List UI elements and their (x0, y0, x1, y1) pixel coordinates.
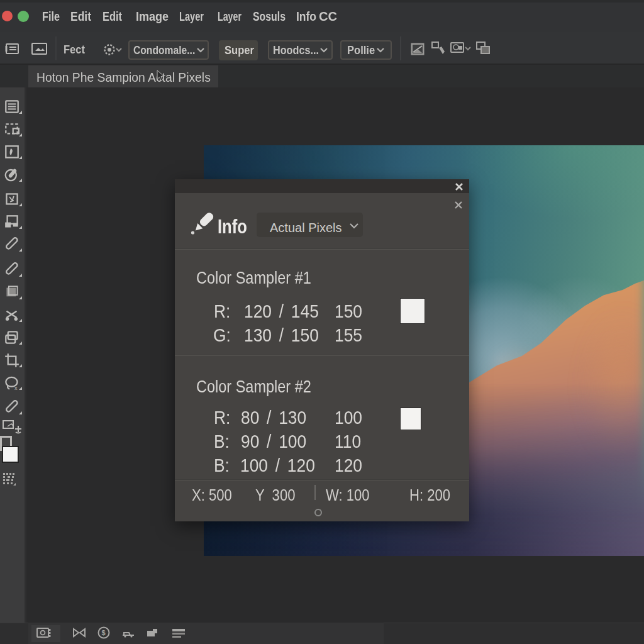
svg-text:$: $ (102, 629, 106, 636)
svg-text:x: x (14, 385, 18, 391)
